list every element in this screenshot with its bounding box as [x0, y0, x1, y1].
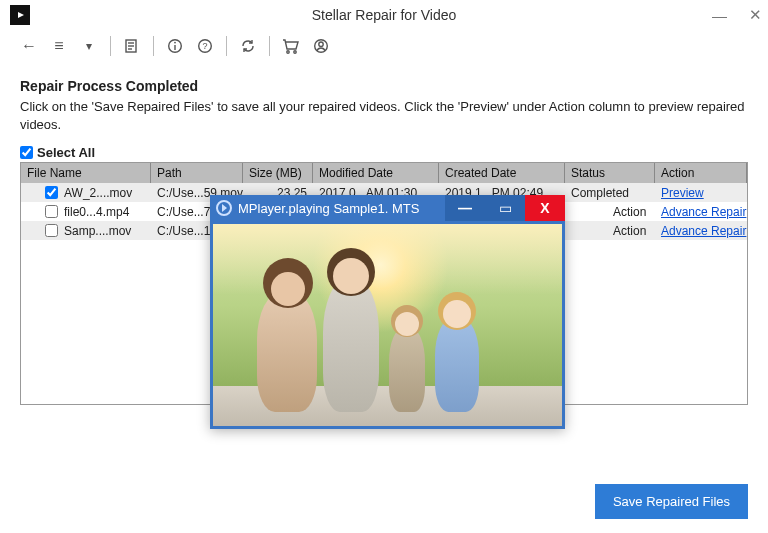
col-path[interactable]: Path — [151, 163, 243, 183]
back-icon[interactable]: ← — [18, 35, 40, 57]
mplayer-title: MPlayer.playing Sample1. MTS — [238, 201, 419, 216]
cell-file: Samp....mov — [64, 224, 131, 238]
refresh-icon[interactable] — [237, 35, 259, 57]
toolbar-separator — [226, 36, 227, 56]
cell-status: Completed — [565, 185, 655, 201]
info-icon[interactable] — [164, 35, 186, 57]
toolbar-separator — [110, 36, 111, 56]
video-preview — [213, 224, 562, 426]
cell-file: file0...4.mp4 — [64, 205, 129, 219]
save-repaired-files-button[interactable]: Save Repaired Files — [595, 484, 748, 519]
mplayer-body — [210, 221, 565, 429]
col-file[interactable]: File Name — [21, 163, 151, 183]
svg-point-11 — [287, 51, 289, 53]
help-icon[interactable]: ? — [194, 35, 216, 57]
cell-file: AW_2....mov — [64, 186, 132, 200]
svg-point-8 — [174, 42, 176, 44]
mplayer-window[interactable]: MPlayer.playing Sample1. MTS — ▭ X — [210, 195, 565, 429]
titlebar: Stellar Repair for Video — ✕ — [0, 0, 768, 30]
minimize-icon[interactable]: — — [712, 7, 727, 24]
menu-icon[interactable]: ≡ — [48, 35, 70, 57]
svg-point-12 — [294, 51, 296, 53]
dropdown-icon[interactable]: ▾ — [78, 35, 100, 57]
col-action[interactable]: Action — [655, 163, 747, 183]
app-icon — [10, 5, 30, 25]
svg-text:?: ? — [202, 41, 207, 51]
cart-icon[interactable] — [280, 35, 302, 57]
toolbar-separator — [153, 36, 154, 56]
action-link[interactable]: Advance Repair — [661, 205, 746, 219]
row-checkbox[interactable] — [45, 224, 58, 237]
table-header: File Name Path Size (MB) Modified Date C… — [21, 163, 747, 183]
col-status[interactable]: Status — [565, 163, 655, 183]
toolbar: ← ≡ ▾ ? — [0, 30, 768, 62]
mplayer-maximize-icon[interactable]: ▭ — [485, 195, 525, 221]
mplayer-icon — [216, 200, 232, 216]
close-icon[interactable]: ✕ — [749, 6, 762, 24]
window-controls: — ✕ — [712, 0, 762, 30]
mplayer-titlebar[interactable]: MPlayer.playing Sample1. MTS — ▭ X — [210, 195, 565, 221]
row-checkbox[interactable] — [45, 205, 58, 218]
page-title: Repair Process Completed — [20, 78, 748, 94]
col-created[interactable]: Created Date — [439, 163, 565, 183]
mplayer-controls: — ▭ X — [445, 195, 565, 221]
mplayer-close-button[interactable]: X — [525, 195, 565, 221]
notes-icon[interactable] — [121, 35, 143, 57]
svg-point-14 — [319, 42, 323, 46]
select-all-checkbox[interactable] — [20, 146, 33, 159]
row-checkbox[interactable] — [45, 186, 58, 199]
col-size[interactable]: Size (MB) — [243, 163, 313, 183]
mplayer-minimize-icon[interactable]: — — [445, 195, 485, 221]
action-link[interactable]: Advance Repair — [661, 224, 746, 238]
select-all-label: Select All — [37, 145, 95, 160]
action-link[interactable]: Preview — [661, 186, 704, 200]
cell-status: Action — [565, 223, 655, 239]
user-icon[interactable] — [310, 35, 332, 57]
col-modified[interactable]: Modified Date — [313, 163, 439, 183]
toolbar-separator — [269, 36, 270, 56]
window-title: Stellar Repair for Video — [0, 7, 768, 23]
cell-status: Action — [565, 204, 655, 220]
select-all[interactable]: Select All — [20, 145, 748, 160]
page-description: Click on the 'Save Repaired Files' to sa… — [20, 98, 748, 133]
